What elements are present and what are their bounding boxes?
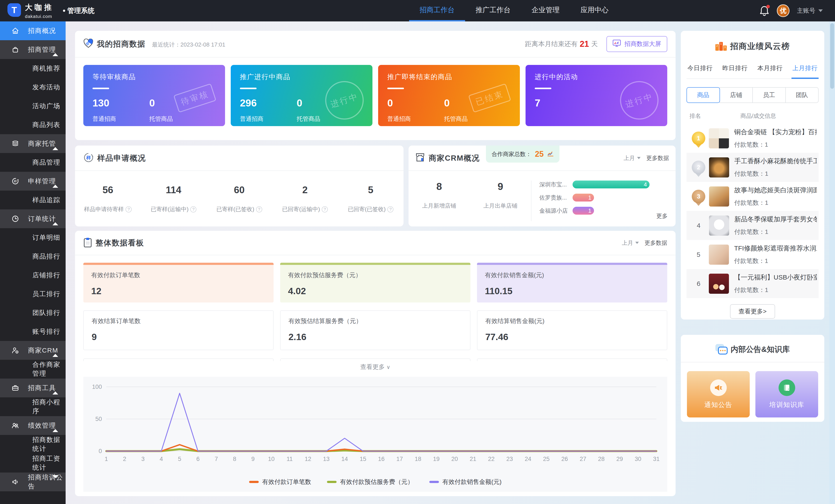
svg-text:24: 24: [525, 456, 531, 462]
sidebar-item-label: 发布活动: [33, 83, 60, 92]
notice-button-2[interactable]: 培训知识库: [755, 371, 818, 417]
help-icon[interactable]: ?: [125, 206, 132, 212]
board-view-more-link[interactable]: 查看更多 ∨: [75, 363, 676, 371]
sidebar-item-5[interactable]: 活动广场: [0, 97, 66, 115]
sidebar-item-14[interactable]: 店铺排行: [0, 266, 66, 285]
sidebar-item-7[interactable]: 商家托管: [0, 134, 66, 153]
ranking-segment-1[interactable]: 商品: [687, 87, 720, 103]
help-icon[interactable]: ?: [256, 206, 262, 212]
sidebar-item-23[interactable]: 招商数据统计: [0, 435, 66, 454]
help-icon[interactable]: ?: [190, 206, 197, 212]
sidebar-item-label: 招商概况: [28, 26, 56, 36]
svg-text:样: 样: [14, 180, 17, 183]
ranking-row-6[interactable]: 6【一元福利】USB小夜灯卧室...付款笔数：1: [687, 269, 819, 298]
overview-card-2[interactable]: 推广进行中商品296普通招商0托管商品进行中: [231, 65, 372, 126]
sidebar-item-label: 账号排行: [33, 327, 60, 336]
overview-card-4[interactable]: 进行中的活动7进行中: [526, 65, 667, 126]
sidebar-item-25[interactable]: 招商培训公告: [0, 472, 66, 491]
ranking-segment-4[interactable]: 团队: [786, 87, 819, 103]
sample-icon: 样: [11, 177, 20, 186]
svg-text:17: 17: [396, 456, 403, 462]
avatar[interactable]: 优: [777, 4, 790, 17]
chart-up-icon: [547, 151, 554, 158]
svg-text:9: 9: [251, 456, 254, 462]
ranking-segment-3[interactable]: 员工: [752, 87, 786, 103]
sidebar-item-22[interactable]: 绩效管理: [0, 416, 66, 435]
product-thumbnail: [709, 245, 729, 265]
sidebar-item-label: 员工排行: [33, 290, 60, 298]
sidebar-item-6[interactable]: 商品列表: [0, 115, 66, 134]
sidebar-item-24[interactable]: 招商工资统计: [0, 454, 66, 472]
top-nav-item-1[interactable]: 招商工作台: [409, 0, 465, 21]
card-value-label: 普通招商: [93, 115, 149, 123]
sidebar-item-16[interactable]: 团队排行: [0, 303, 66, 322]
stat-label: 样品申请待寄样: [84, 206, 124, 213]
crm-period-select[interactable]: 上月: [624, 154, 640, 162]
card-title: 进行中的活动: [535, 72, 658, 82]
ranking-view-more-button[interactable]: 查看更多>: [730, 304, 775, 319]
ranking-tab-4[interactable]: 上月排行: [792, 64, 819, 79]
kpi-card-paid-1: 有效付款订单笔数12: [83, 263, 273, 302]
ranking-segment-2[interactable]: 店铺: [719, 87, 753, 103]
sidebar-item-10[interactable]: 样品追踪: [0, 191, 66, 209]
ranking-row-1[interactable]: 1铜合金项链 【实力宠粉】百搭...付款笔数：1: [687, 124, 819, 153]
sidebar-item-3[interactable]: 商机推荐: [0, 59, 66, 78]
sidebar-item-label: 申样管理: [28, 177, 56, 186]
legend-item-3[interactable]: 有效付款销售金额(元): [429, 478, 502, 486]
sidebar-item-13[interactable]: 商品排行: [0, 247, 66, 266]
medal-silver-icon: 2: [692, 161, 705, 174]
top-nav-item-3[interactable]: 企业管理: [521, 0, 570, 21]
ranking-row-3[interactable]: 3故事与她恋姬美白淡斑弹润面...付款笔数：1: [687, 182, 819, 211]
sample-stat-4: 2已回寄(运输中)?: [272, 185, 338, 213]
megaphone-icon: [11, 478, 20, 486]
sample-cycle-icon: 样: [83, 152, 94, 164]
sidebar-item-17[interactable]: 账号排行: [0, 322, 66, 341]
overview-card-1[interactable]: 等待审核商品130普通招商0托管商品待审核: [83, 65, 225, 126]
ranking-tab-3[interactable]: 本月排行: [756, 64, 783, 79]
notice-button-1[interactable]: 通知公告: [687, 371, 750, 417]
card-title: 等待审核商品: [93, 72, 216, 82]
ranking-segments: 商品店铺员工团队: [687, 87, 819, 103]
product-name: 手工香酥小麻花酥脆传统手工...: [734, 157, 817, 166]
sidebar-item-19[interactable]: 合作商家管理: [0, 360, 66, 379]
sidebar-item-11[interactable]: 订单统计: [0, 209, 66, 228]
top-nav-item-4[interactable]: 应用中心: [570, 0, 619, 21]
collapsed-cards-row: [75, 358, 676, 361]
legend-item-2[interactable]: 有效付款预估服务费（元）: [327, 478, 413, 486]
sidebar-item-1[interactable]: 招商概况: [0, 21, 66, 40]
sidebar-item-4[interactable]: 发布活动: [0, 78, 66, 97]
sidebar-item-15[interactable]: 员工排行: [0, 285, 66, 303]
ranking-tab-2[interactable]: 昨日排行: [721, 64, 749, 79]
sidebar-item-8[interactable]: 商品管理: [0, 153, 66, 172]
ranking-row-2[interactable]: 2手工香酥小麻花酥脆传统手工...付款笔数：1: [687, 153, 819, 182]
sidebar-item-label: 商品列表: [33, 121, 60, 129]
legend-item-1[interactable]: 有效付款订单笔数: [249, 478, 311, 486]
ranking-row-5[interactable]: 5TFI修颜焕彩遮瑕膏推荐水润三...付款笔数：1: [687, 240, 819, 269]
crm-more-link[interactable]: 更多数据: [646, 154, 669, 162]
sidebar-item-12[interactable]: 订单明细: [0, 228, 66, 247]
page-scrollbar[interactable]: [829, 21, 835, 504]
sidebar-item-20[interactable]: 招商工具: [0, 379, 66, 397]
sidebar-item-9[interactable]: 样申样管理: [0, 172, 66, 191]
crm-bars-more-link[interactable]: 更多: [656, 212, 668, 220]
help-icon[interactable]: ?: [387, 206, 393, 212]
sidebar-item-2[interactable]: 招商管理: [0, 40, 66, 59]
overview-card-3[interactable]: 推广即将结束的商品0普通招商0托管商品已结束: [378, 65, 520, 126]
chevron-up-icon: [53, 140, 58, 147]
board-period-select[interactable]: 上月: [622, 239, 639, 247]
board-more-link[interactable]: 更多数据: [645, 239, 667, 247]
account-label: 主账号: [797, 6, 815, 15]
ranking-row-4[interactable]: 4新品冬季保暖加厚手套男女冬...付款笔数：1: [687, 211, 819, 240]
sample-stat-5: 5已回寄(已签收)?: [338, 185, 404, 213]
account-menu[interactable]: 主账号: [797, 6, 823, 15]
top-nav-item-2[interactable]: 推广工作台: [465, 0, 521, 21]
ranking-tab-1[interactable]: 今日排行: [687, 64, 714, 79]
help-icon[interactable]: ?: [322, 206, 328, 212]
bell-icon[interactable]: [759, 5, 769, 16]
data-screen-button[interactable]: 招商数据大屏: [607, 36, 667, 52]
stat-value: 114: [141, 185, 206, 195]
sidebar-item-21[interactable]: 招商小程序: [0, 397, 66, 416]
card-underline: [240, 88, 257, 89]
scrollbar-thumb[interactable]: [830, 23, 834, 89]
sidebar-item-18[interactable]: 商家CRM: [0, 341, 66, 360]
